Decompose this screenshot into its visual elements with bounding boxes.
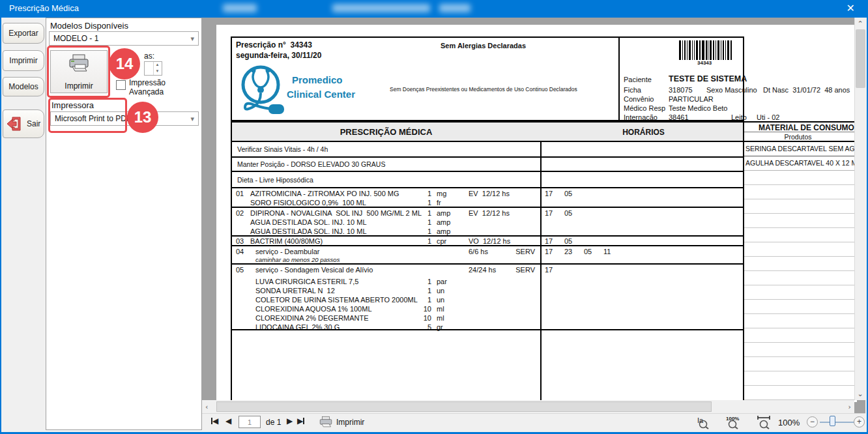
- barcode-number: 34343: [697, 60, 712, 66]
- item-unit: un: [437, 287, 444, 295]
- col-horarios-header: HORÁRIOS: [542, 128, 745, 137]
- close-icon[interactable]: ✕: [846, 2, 855, 14]
- modelos-disponiveis-label: Modelos Disponíveis: [50, 21, 128, 31]
- redacted-title-text: [439, 4, 470, 12]
- horizontal-scrollbar[interactable]: ‹ ›: [202, 400, 854, 413]
- zoom-slider-handle[interactable]: [830, 416, 835, 426]
- item-note: caminhar ao menos 20 passos: [255, 256, 340, 263]
- material-product: SERINGA DESCARTAVEL SEM AGULHA: [745, 145, 857, 152]
- next-page-icon[interactable]: ▶: [287, 416, 293, 426]
- item-route: EV 12/12 hs: [469, 190, 510, 197]
- item-code: 02: [236, 209, 244, 217]
- impressao-avancada-label-1: Impressão: [129, 78, 166, 87]
- doencas-text: Sem Doenças Preexistentes ou Medicamento…: [390, 86, 577, 93]
- general-row: Dieta - Livre Hipossódica: [232, 172, 743, 188]
- item-row-02: 02 DIPIRONA - NOVALGINA SOL INJ 500 MG/M…: [232, 208, 743, 237]
- tab-exportar[interactable]: Exportar: [3, 23, 44, 44]
- impressao-avancada-label-2: Avançada: [129, 87, 164, 96]
- zoom-fit-width-icon[interactable]: [756, 415, 773, 429]
- tab-sair[interactable]: Sair: [3, 109, 44, 138]
- item-route: 24/24 hs: [469, 266, 496, 274]
- item-row-05: 05 serviço - Sondagem Vesical de Alívio …: [232, 265, 743, 330]
- vertical-scrollbar[interactable]: ⌃ ⌄: [854, 18, 865, 400]
- vertical-scrollbar-thumb[interactable]: [856, 29, 865, 88]
- internacao-value: 38461: [669, 113, 689, 121]
- spinner-down-icon[interactable]: ▼: [153, 68, 161, 75]
- produtos-header-row: Produtos: [744, 133, 857, 142]
- item-unit: fr: [437, 199, 441, 207]
- item-unit: cpr: [437, 237, 446, 245]
- barcode: [679, 40, 734, 60]
- callout-14: 14: [109, 48, 140, 80]
- general-row-text: Manter Posição - DORSO ELEVADO 30 GRAUS: [237, 160, 385, 168]
- item-desc: SORO FISIOLOGICO 0,9% 100 ML: [250, 199, 366, 207]
- horizontal-scrollbar-thumb[interactable]: [216, 401, 712, 412]
- page-number-input[interactable]: [239, 416, 261, 428]
- material-empty-row: [744, 242, 857, 257]
- item-desc: CLOREXIDINA AQUOSA 1% 100ML: [255, 305, 372, 313]
- preview-toolbar: ◀ ◀ de 1 ▶ ▶ Imprimir Ia 100%: [202, 413, 865, 430]
- zoom-percentage-label: 100%: [778, 418, 800, 427]
- spinner-buttons: ▲ ▼: [153, 62, 161, 75]
- material-empty-row: [744, 185, 857, 199]
- redacted-title-text: [332, 4, 430, 12]
- chevron-down-icon: ▾: [190, 35, 194, 43]
- item-qty: 1: [412, 218, 431, 226]
- item-desc: serviço - Sondagem Vesical de Alívio: [255, 266, 373, 274]
- vias-spinner[interactable]: ▲ ▼: [144, 61, 162, 76]
- tab-imprimir[interactable]: Imprimir: [3, 50, 44, 71]
- exit-icon: [6, 116, 23, 132]
- item-unit: ml: [437, 305, 444, 313]
- impressora-label: Impressora: [51, 100, 94, 110]
- zoom-in-button[interactable]: +: [854, 416, 865, 427]
- prescription-table: PRESCRIÇÃO MÉDICA HORÁRIOS Verificar Sin…: [231, 121, 744, 402]
- material-empty-row: [744, 314, 857, 328]
- scroll-up-icon[interactable]: ⌃: [855, 20, 865, 28]
- item-qty: 1: [412, 209, 431, 217]
- tab-imprimir-label: Imprimir: [9, 56, 37, 65]
- item-row-03: 03 BACTRIM (400/80MG) 1 cpr VO 12/12 hs …: [232, 237, 743, 246]
- hour-value: 17: [545, 237, 562, 245]
- prev-page-icon[interactable]: ◀: [225, 416, 231, 426]
- ficha-label: Ficha: [624, 86, 641, 94]
- impressora-dropdown-value: Microsoft Print to PDF: [55, 114, 131, 123]
- item-desc: CLOREXIDINA 2% DEGERMANTE: [255, 314, 369, 322]
- first-page-icon[interactable]: ◀: [211, 416, 218, 426]
- zoom-out-button[interactable]: −: [807, 416, 818, 427]
- redacted-title-text: [223, 4, 257, 12]
- modelo-dropdown[interactable]: MODELO - 1 ▾: [49, 31, 199, 46]
- scroll-right-icon[interactable]: ›: [848, 403, 851, 411]
- paciente-label: Paciente: [624, 76, 652, 83]
- scroll-down-icon[interactable]: ⌄: [855, 390, 865, 398]
- item-unit: gr: [437, 323, 443, 331]
- material-empty-row: [744, 328, 857, 343]
- hour-value: 23: [564, 248, 581, 255]
- spinner-up-icon[interactable]: ▲: [153, 62, 161, 68]
- item-unit: ml: [437, 314, 444, 322]
- zoom-100-icon[interactable]: 100%: [725, 415, 742, 429]
- material-empty-row: [744, 357, 857, 371]
- zoom-text-icon[interactable]: Ia: [696, 415, 712, 429]
- material-product-row: SERINGA DESCARTAVEL SEM AGULHA: [744, 142, 857, 156]
- header-divider: [618, 38, 620, 120]
- material-product: AGULHA DESCARTAVEL 40 X 12 MM: [745, 159, 857, 167]
- printer-icon[interactable]: [318, 416, 334, 429]
- paciente-value: TESTE DE SISTEMA: [669, 74, 747, 83]
- last-page-icon[interactable]: ▶: [297, 416, 304, 426]
- alergias-text: Sem Alergias Declaradas: [441, 42, 526, 50]
- impressora-dropdown[interactable]: Microsoft Print to PDF ▾: [50, 111, 199, 126]
- item-desc: BACTRIM (400/80MG): [250, 237, 323, 245]
- item-qty: 1: [412, 190, 431, 197]
- material-product-row: AGULHA DESCARTAVEL 40 X 12 MM: [744, 156, 857, 171]
- tab-modelos[interactable]: Modelos: [3, 77, 44, 96]
- impressao-avancada-checkbox[interactable]: [116, 80, 126, 90]
- toolbar-imprimir-label[interactable]: Imprimir: [336, 418, 364, 427]
- medico-value: Teste Medico Beto: [669, 104, 728, 112]
- scroll-left-icon[interactable]: ‹: [205, 403, 208, 411]
- prescription-window: Prescrição Médica ✕ Exportar Imprimir Mo…: [0, 0, 868, 434]
- imprimir-button[interactable]: Imprimir: [50, 50, 108, 93]
- material-empty-row: [744, 343, 857, 357]
- item-route: VO 12/12 hs: [469, 237, 510, 245]
- material-header-row: MATERIAL DE CONSUMO: [744, 121, 857, 132]
- ficha-value: 318075: [669, 86, 693, 94]
